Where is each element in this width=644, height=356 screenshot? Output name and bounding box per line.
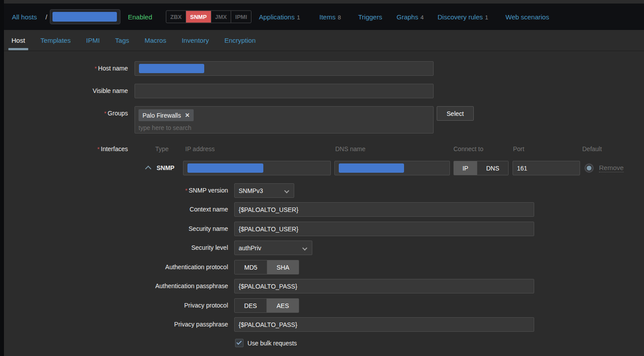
nav-web-scenarios-label[interactable]: Web scenarios: [505, 13, 549, 21]
use-bulk-requests-label: Use bulk requests: [247, 340, 297, 347]
redacted-ip-value: [187, 163, 263, 173]
nav-items-link[interactable]: Items8: [319, 13, 341, 21]
groups-multiselect[interactable]: Palo Firewalls ✕ type here to search: [135, 106, 434, 134]
collapse-interface-icon[interactable]: [145, 166, 151, 172]
zabbix-host-config-page: All hosts / Enabled ZBX SNMP JMX IPMI Ap…: [0, 0, 644, 356]
connect-to-dns-option[interactable]: DNS: [477, 161, 508, 175]
privacy-protocol-label: Privacy protocol: [88, 302, 228, 309]
col-header-default: Default: [582, 145, 602, 152]
nav-discovery-rules-link[interactable]: Discovery rules1: [438, 13, 488, 21]
privacy-protocol-toggle: DES AES: [234, 298, 299, 313]
host-name-label: *Host name: [26, 65, 128, 72]
nav-graphs-label[interactable]: Graphs: [397, 13, 418, 21]
groups-select-button[interactable]: Select: [437, 106, 474, 121]
nav-items-label[interactable]: Items: [319, 13, 336, 21]
security-level-select[interactable]: authPriv: [234, 241, 312, 255]
chevron-down-icon: [302, 245, 307, 250]
security-name-label: Security name: [88, 225, 228, 232]
window-left-edge: [0, 0, 4, 356]
auth-passphrase-input[interactable]: {$PALOALTO_PASS}: [234, 279, 534, 293]
security-name-input[interactable]: {$PALOALTO_USER}: [234, 222, 534, 236]
badge-snmp: SNMP: [186, 11, 211, 23]
badge-ipmi: IPMI: [231, 11, 251, 23]
tab-inventory[interactable]: Inventory: [182, 30, 209, 51]
col-header-port: Port: [513, 145, 524, 152]
nav-triggers-label[interactable]: Triggers: [358, 13, 382, 21]
nav-graphs-count: 4: [420, 14, 423, 21]
remove-interface-link[interactable]: Remove: [599, 164, 624, 172]
auth-protocol-toggle: MD5 SHA: [234, 260, 299, 274]
context-name-label: Context name: [88, 206, 228, 213]
interface-ip-input[interactable]: [183, 161, 331, 175]
nav-discovery-rules-count: 1: [485, 14, 488, 21]
group-chip-label: Palo Firewalls: [142, 112, 181, 119]
remove-chip-icon[interactable]: ✕: [185, 112, 190, 119]
default-interface-radio[interactable]: [584, 163, 594, 173]
interfaces-label: *Interfaces: [26, 145, 128, 152]
tab-ipmi[interactable]: IPMI: [86, 30, 100, 51]
auth-protocol-label: Authentication protocol: [88, 263, 228, 271]
interface-port-input[interactable]: 161: [513, 161, 580, 175]
breadcrumb-separator: /: [45, 13, 47, 21]
badge-zbx: ZBX: [166, 11, 186, 23]
nav-discovery-rules-label[interactable]: Discovery rules: [438, 13, 483, 21]
host-status-enabled[interactable]: Enabled: [128, 13, 152, 21]
nav-applications-label[interactable]: Applications: [259, 13, 295, 21]
privacy-passphrase-label: Privacy passphrase: [88, 321, 228, 328]
groups-label: *Groups: [26, 110, 128, 117]
redacted-host-name-value: [139, 64, 204, 73]
privacy-protocol-aes-option[interactable]: AES: [266, 299, 299, 312]
badge-jmx: JMX: [211, 11, 231, 23]
nav-applications-link[interactable]: Applications1: [259, 13, 300, 21]
required-marker: *: [104, 110, 106, 117]
snmp-version-label: *SNMP version: [88, 187, 228, 194]
connect-to-toggle: IP DNS: [453, 161, 509, 175]
breadcrumb-host-name[interactable]: [50, 9, 120, 24]
required-marker: *: [97, 146, 99, 152]
visible-name-input[interactable]: [135, 84, 434, 98]
col-header-ip-address: IP address: [185, 145, 215, 152]
redacted-dns-value: [339, 163, 404, 173]
chevron-down-icon: [284, 188, 289, 193]
availability-badges: ZBX SNMP JMX IPMI: [166, 11, 251, 23]
auth-protocol-md5-option[interactable]: MD5: [235, 260, 267, 274]
connect-to-ip-option[interactable]: IP: [454, 161, 477, 175]
groups-search-placeholder: type here to search: [139, 124, 430, 131]
visible-name-label: Visible name: [26, 87, 128, 94]
col-header-dns-name: DNS name: [335, 145, 365, 152]
required-marker: *: [94, 65, 97, 72]
auth-passphrase-label: Authentication passphrase: [88, 282, 228, 289]
nav-applications-count: 1: [297, 14, 300, 21]
privacy-passphrase-input[interactable]: {$PALOALTO_PASS}: [234, 317, 534, 332]
required-marker: *: [185, 187, 187, 194]
col-header-type: Type: [155, 145, 168, 152]
context-name-input[interactable]: {$PALOALTO_USER}: [234, 202, 534, 217]
breadcrumb-all-hosts-link[interactable]: All hosts: [12, 13, 37, 21]
tab-host[interactable]: Host: [11, 30, 25, 51]
snmp-version-select[interactable]: SNMPv3: [234, 183, 294, 198]
radio-dot: [587, 166, 592, 171]
check-icon: [236, 339, 242, 345]
col-header-connect-to: Connect to: [453, 145, 483, 152]
privacy-protocol-des-option[interactable]: DES: [235, 299, 266, 312]
tab-tags[interactable]: Tags: [115, 30, 129, 51]
tab-macros[interactable]: Macros: [145, 30, 166, 51]
nav-triggers-link[interactable]: Triggers: [358, 13, 382, 21]
interface-type-label: SNMP: [157, 164, 174, 171]
security-level-value: authPriv: [239, 245, 261, 252]
security-level-label: Security level: [88, 244, 228, 251]
host-name-input[interactable]: [135, 61, 434, 76]
use-bulk-requests-checkbox[interactable]: [235, 339, 243, 347]
nav-items-count: 8: [338, 14, 341, 21]
redacted-host-name: [52, 12, 117, 22]
host-config-tabs: Host Templates IPMI Tags Macros Inventor…: [4, 30, 644, 51]
tab-encryption[interactable]: Encryption: [225, 30, 256, 51]
auth-protocol-sha-option[interactable]: SHA: [267, 260, 299, 274]
tab-templates[interactable]: Templates: [41, 30, 71, 51]
nav-web-scenarios-link[interactable]: Web scenarios: [505, 13, 549, 21]
interface-dns-input[interactable]: [334, 161, 450, 175]
breadcrumb-bar: All hosts / Enabled ZBX SNMP JMX IPMI Ap…: [4, 4, 644, 30]
snmp-version-value: SNMPv3: [239, 187, 263, 194]
group-chip-palo-firewalls[interactable]: Palo Firewalls ✕: [139, 109, 194, 121]
nav-graphs-link[interactable]: Graphs4: [397, 13, 423, 21]
